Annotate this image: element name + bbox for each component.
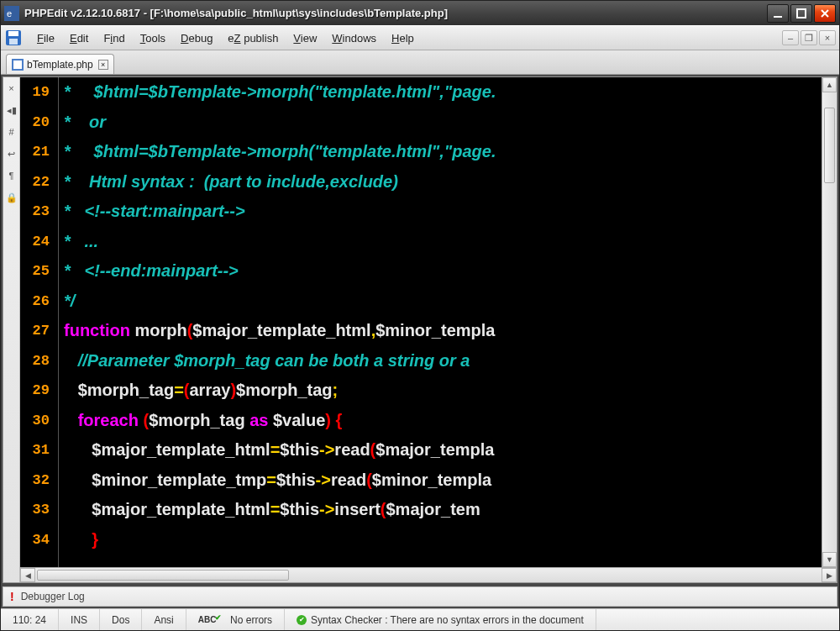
status-encoding: Ansi <box>142 609 186 630</box>
status-insert-mode: INS <box>59 609 100 630</box>
scroll-up-icon[interactable]: ▲ <box>822 77 837 92</box>
scroll-thumb-v[interactable] <box>824 108 835 183</box>
scroll-left-icon[interactable]: ◀ <box>20 568 35 582</box>
status-position: 110: 24 <box>1 609 59 630</box>
strip-close[interactable]: × <box>6 82 18 94</box>
line-number: 26 <box>20 287 50 317</box>
strip-pilcrow[interactable]: ¶ <box>6 170 18 181</box>
line-number: 32 <box>20 465 50 496</box>
svg-rect-2 <box>774 16 782 18</box>
strip-lock-icon[interactable]: 🔒 <box>6 192 18 203</box>
line-number: 23 <box>20 197 50 227</box>
strip-bookmark[interactable]: ◂▮ <box>6 104 18 116</box>
menu-ez[interactable]: eZ publish <box>220 29 286 47</box>
code-line[interactable]: * $html=$bTemplate->morph("template.html… <box>64 137 822 167</box>
code-line[interactable]: } <box>64 525 822 555</box>
line-number: 33 <box>20 495 50 525</box>
svg-text:e: e <box>7 8 12 18</box>
tab-label: bTemplate.php <box>27 59 93 71</box>
menu-windows[interactable]: Windows <box>324 29 384 47</box>
tab-close-icon[interactable]: × <box>98 60 108 70</box>
tab-btemplate[interactable]: bTemplate.php × <box>6 54 114 74</box>
code-line[interactable]: * ... <box>64 227 822 257</box>
minimize-button[interactable] <box>767 4 789 23</box>
abc-check-icon: ABC <box>198 615 217 624</box>
code-viewport[interactable]: 19202122232425262728293031323334 * $html… <box>20 77 837 567</box>
status-spellcheck: ABC No errors <box>186 609 285 630</box>
code-line[interactable]: * or <box>64 108 822 138</box>
menu-bar: File Edit Find Tools Debug eZ publish Vi… <box>1 25 839 50</box>
line-number: 30 <box>20 406 50 436</box>
strip-wrap[interactable]: ↩ <box>6 148 18 160</box>
code-line[interactable]: * Html syntax : (part to include,exclude… <box>64 167 822 197</box>
app-icon: e <box>4 6 19 21</box>
titlebar[interactable]: e PHPEdit v2.12.10.6817 - [F:\home\sa\pu… <box>1 1 839 25</box>
save-icon[interactable] <box>4 29 23 47</box>
code-line[interactable]: function morph($major_template_html,$min… <box>64 316 822 346</box>
menu-tools[interactable]: Tools <box>133 29 173 47</box>
checkmark-icon: ✔ <box>297 615 307 625</box>
scroll-right-icon[interactable]: ▶ <box>822 568 837 582</box>
code-line[interactable]: foreach ($morph_tag as $value) { <box>64 406 822 436</box>
window-controls <box>767 4 836 23</box>
mdi-close[interactable]: × <box>819 30 836 45</box>
code-line[interactable]: * $html=$bTemplate->morph("template.html… <box>64 77 822 108</box>
menu-view[interactable]: View <box>286 29 324 47</box>
vertical-scrollbar[interactable]: ▲ ▼ <box>822 77 837 567</box>
debugger-log-bar[interactable]: ! Debugger Log <box>3 586 837 607</box>
code-line[interactable]: $major_template_html=$this->insert($majo… <box>64 495 822 525</box>
line-number: 19 <box>20 77 50 108</box>
line-number: 25 <box>20 256 50 287</box>
menu-find[interactable]: Find <box>96 29 132 47</box>
line-number: 22 <box>20 167 50 197</box>
editor-area: × ◂▮ # ↩ ¶ 🔒 192021222324252627282930313… <box>3 76 837 583</box>
debugger-label: Debugger Log <box>21 591 85 602</box>
mdi-restore[interactable]: ❐ <box>801 30 817 45</box>
warning-icon: ! <box>10 590 14 603</box>
status-syntax: ✔Syntax Checker : There are no syntax er… <box>285 609 596 630</box>
menu-edit[interactable]: Edit <box>62 29 96 47</box>
window-title: PHPEdit v2.12.10.6817 - [F:\home\sa\publ… <box>24 7 767 19</box>
horizontal-scrollbar[interactable]: ◀ ▶ <box>20 567 837 582</box>
svg-rect-8 <box>13 60 22 69</box>
code-line[interactable]: //Parameter $morph_tag can be both a str… <box>64 346 822 376</box>
maximize-button[interactable] <box>790 4 812 23</box>
svg-rect-5 <box>8 31 18 36</box>
strip-hash[interactable]: # <box>6 126 18 138</box>
menu-file[interactable]: File <box>29 29 62 47</box>
editor-left-strip: × ◂▮ # ↩ ¶ 🔒 <box>3 77 20 582</box>
line-number: 27 <box>20 316 50 346</box>
line-number: 31 <box>20 435 50 465</box>
scroll-thumb-h[interactable] <box>37 570 289 581</box>
code-line[interactable]: $morph_tag=(array)$morph_tag; <box>64 376 822 406</box>
line-number: 29 <box>20 376 50 406</box>
code-content[interactable]: * $html=$bTemplate->morph("template.html… <box>59 77 822 567</box>
code-line[interactable]: $minor_template_tmp=$this->read($minor_t… <box>64 465 822 496</box>
code-line[interactable]: $major_template_html=$this->read($major_… <box>64 435 822 465</box>
line-number: 21 <box>20 137 50 167</box>
line-number: 20 <box>20 108 50 138</box>
php-file-icon <box>12 59 24 71</box>
mdi-minimize[interactable]: – <box>782 30 799 45</box>
svg-rect-3 <box>797 9 806 18</box>
line-number: 34 <box>20 525 50 555</box>
menu-debug[interactable]: Debug <box>173 29 220 47</box>
svg-rect-6 <box>9 39 18 45</box>
line-number: 28 <box>20 346 50 376</box>
tab-bar: bTemplate.php × <box>1 50 839 75</box>
code-line[interactable]: * <!--end:mainpart--> <box>64 256 822 287</box>
code-line[interactable]: */ <box>64 287 822 317</box>
app-window: e PHPEdit v2.12.10.6817 - [F:\home\sa\pu… <box>0 0 840 631</box>
scroll-down-icon[interactable]: ▼ <box>822 552 837 567</box>
status-line-ending: Dos <box>100 609 142 630</box>
mdi-controls: – ❐ × <box>782 30 836 45</box>
line-number: 24 <box>20 227 50 257</box>
code-wrapper: 19202122232425262728293031323334 * $html… <box>20 77 837 582</box>
menu-help[interactable]: Help <box>384 29 422 47</box>
status-bar: 110: 24 INS Dos Ansi ABC No errors ✔Synt… <box>1 608 839 630</box>
close-button[interactable] <box>814 4 836 23</box>
line-gutter: 19202122232425262728293031323334 <box>20 77 59 567</box>
code-line[interactable]: * <!--start:mainpart--> <box>64 197 822 227</box>
